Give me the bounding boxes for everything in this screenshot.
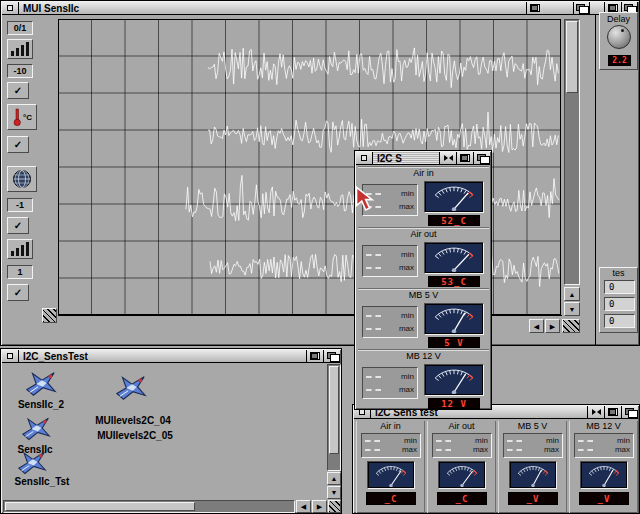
h-scrollbar[interactable] <box>3 500 295 513</box>
min-marker <box>366 376 381 378</box>
temperature-button[interactable]: °C <box>7 104 37 130</box>
zoom-gadget[interactable] <box>604 406 621 419</box>
scale-1-label: 1 <box>7 265 33 279</box>
digital-readout: _V <box>579 492 629 505</box>
min-label: min <box>401 373 414 381</box>
close-gadget[interactable] <box>356 152 373 165</box>
gauge-label: Air in <box>357 421 424 431</box>
close-gadget[interactable] <box>2 350 19 363</box>
scroll-right-button[interactable]: ▶ <box>545 319 560 333</box>
zoom-gadget[interactable] <box>526 2 543 15</box>
min-label: min <box>401 312 414 320</box>
depth-gadget[interactable] <box>323 350 340 363</box>
zoom-gadget[interactable] <box>306 350 323 363</box>
zoom-icon <box>608 4 618 12</box>
minmax-box: min max <box>362 245 418 277</box>
scroll-up-button[interactable]: ▲ <box>564 287 580 301</box>
file-label[interactable]: MUIlevels2C_05 <box>87 430 183 441</box>
gauge-group-air-in: Air in min max 52_C <box>358 166 489 226</box>
h-scrollbar-thumb[interactable] <box>5 502 195 511</box>
delay-knob[interactable] <box>607 25 631 49</box>
max-label: max <box>399 264 414 272</box>
resize-gadget[interactable] <box>328 500 341 513</box>
globe-icon <box>12 169 32 189</box>
channel-mode-label: 0/1 <box>7 21 33 35</box>
checkbox-4[interactable]: ✓ <box>7 284 29 301</box>
close-gadget[interactable] <box>2 2 19 15</box>
window-i2c-sens-test: I2C Sens test Air in min max _C Air out … <box>352 404 640 514</box>
scroll-left-button[interactable]: ◀ <box>296 500 311 513</box>
file-label[interactable]: SensIIc_2 <box>5 399 77 410</box>
scroll-up-button[interactable]: ▲ <box>327 472 341 485</box>
v-scrollbar-thumb[interactable] <box>329 366 339 454</box>
file-icon-sensiic[interactable] <box>21 415 51 441</box>
iconify-gadget[interactable] <box>587 406 604 419</box>
gauge-label: MB 5 V <box>499 421 566 431</box>
arrow-down-icon: ▼ <box>569 306 576 313</box>
checkbox-1[interactable]: ✓ <box>7 82 29 99</box>
tes-panel: tes 0 0 0 <box>599 267 638 333</box>
depth-gadget[interactable] <box>621 406 638 419</box>
meter-frame <box>580 461 628 489</box>
resize-gadget[interactable] <box>562 319 580 333</box>
min-label: min <box>617 437 630 445</box>
max-marker <box>366 267 381 269</box>
arrow-right-icon: ▶ <box>550 323 555 330</box>
thermometer-icon <box>12 108 22 126</box>
digital-readout: _C <box>437 492 487 505</box>
v-scrollbar-thumb[interactable] <box>566 21 578 93</box>
bar-chart-icon <box>11 242 29 256</box>
titlebar-i2c-s[interactable]: I2C S <box>356 152 490 165</box>
levels-button-2[interactable] <box>7 239 33 259</box>
scroll-down-button[interactable]: ▼ <box>564 302 580 316</box>
depth-icon <box>327 352 338 360</box>
scroll-right-button[interactable]: ▶ <box>312 500 327 513</box>
analog-meter <box>426 183 482 211</box>
scroll-left-button[interactable]: ◀ <box>529 319 544 333</box>
file-label[interactable]: SensIIc_Tst <box>3 476 81 487</box>
file-icon-sensiic-2[interactable] <box>25 369 57 397</box>
file-label[interactable]: MUIlevels2C_04 <box>85 415 181 426</box>
minmax-box: min max <box>362 367 418 399</box>
diagonal-tool-icon[interactable] <box>42 308 57 323</box>
max-marker <box>365 449 380 451</box>
meter-frame <box>424 242 484 274</box>
digital-readout: _V <box>508 492 558 505</box>
meter-frame <box>509 461 557 489</box>
v-scrollbar[interactable] <box>564 19 580 285</box>
max-marker <box>366 328 381 330</box>
zoom-icon <box>460 154 470 162</box>
depth-gadget[interactable] <box>473 152 490 165</box>
min-label: min <box>546 437 559 445</box>
file-icon-sensiic-tst[interactable] <box>17 449 47 475</box>
checkbox-2[interactable]: ✓ <box>7 136 29 153</box>
minmax-box: min max <box>361 433 421 458</box>
max-label: max <box>402 446 417 454</box>
titlebar-mui-sensiic[interactable]: MUI SensIIc <box>2 2 638 15</box>
desktop: MUI SensIIc 0/1 -10 ✓ °C ✓ <box>0 0 640 514</box>
zoom-icon <box>310 352 320 360</box>
window-file-senstest: I2C_SensTest SensIIc_2 MUIlevels2C_04 MU… <box>0 348 342 514</box>
v-scrollbar[interactable] <box>327 364 341 471</box>
checkbox-3[interactable]: ✓ <box>7 217 29 234</box>
zoom-gadget[interactable] <box>456 152 473 165</box>
titlebar-file-window[interactable]: I2C_SensTest <box>2 350 340 363</box>
meter-frame <box>438 461 486 489</box>
iconify-icon <box>444 155 453 161</box>
gauge-column-mb5v: MB 5 V min max _V <box>498 421 567 513</box>
file-icon-muilevels2c-04[interactable] <box>115 373 147 401</box>
depth-gadget[interactable] <box>573 2 590 15</box>
meter-frame <box>424 303 484 335</box>
minmax-box: min max <box>574 433 634 458</box>
minmax-box: min max <box>362 306 418 338</box>
gauge-label: Air in <box>358 168 489 178</box>
celsius-label: °C <box>23 113 32 122</box>
gauge-group-mb12v: MB 12 V min max 12 V <box>358 349 489 409</box>
arrow-down-icon: ▼ <box>331 489 338 496</box>
iconify-gadget[interactable] <box>439 152 456 165</box>
tes-value-2: 0 <box>604 297 635 311</box>
scroll-down-button[interactable]: ▼ <box>327 486 341 499</box>
globe-button[interactable] <box>7 166 37 192</box>
levels-button[interactable] <box>7 39 33 59</box>
tes-value-1: 0 <box>604 280 635 294</box>
